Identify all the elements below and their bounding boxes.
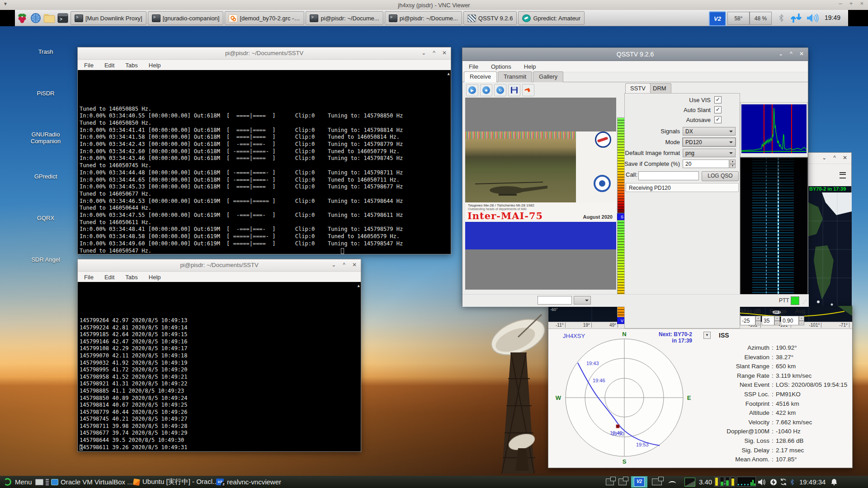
task-ubuntu-vm[interactable]: Ubuntu [実行中] - Oracl... (142, 478, 218, 486)
qsstv-menu-item[interactable]: Options (491, 63, 511, 70)
terminal1-close-button[interactable]: ✕ (442, 50, 447, 56)
taskbar-window-button[interactable]: Gpredict: Amateur (518, 11, 585, 25)
qsstv-tab[interactable]: Gallery (533, 71, 563, 82)
host-menu-label[interactable]: Menu (15, 478, 32, 486)
power-manager-icon[interactable] (770, 479, 777, 486)
taskbar-window-button[interactable]: [demod_by70-2.grc - ... (225, 11, 304, 25)
bluetooth-icon[interactable] (779, 14, 784, 24)
files-tray-icon[interactable] (35, 479, 43, 485)
file-manager-icon[interactable] (43, 12, 55, 24)
terminal2-menu-item[interactable]: Edit (104, 274, 114, 281)
terminal2-minimize-button[interactable]: ⌄ (331, 262, 336, 268)
qsstv-close-button[interactable]: ✕ (799, 51, 804, 57)
avg-spinner[interactable]: 0.90 (781, 316, 799, 325)
app-sphere-icon[interactable] (667, 477, 677, 487)
vnc-minimize-button[interactable]: – (839, 0, 842, 7)
workspace-icon-1[interactable] (606, 479, 614, 485)
taskbar-clock[interactable]: 19:49 (825, 14, 840, 21)
taskbar-window-button[interactable]: pi@pisdr: ~/Docume... (306, 11, 383, 25)
terminal-launcher-icon[interactable]: > (57, 12, 69, 24)
desktop-icon[interactable]: GPredict (27, 153, 65, 186)
terminal1-menu-item[interactable]: Help (149, 62, 161, 69)
image-format-select[interactable]: png (683, 149, 736, 157)
qsstv-minimize-button[interactable]: ⌄ (778, 51, 783, 57)
sat-expander-icon[interactable]: ▼ (703, 332, 711, 339)
use-vis-checkbox[interactable]: ✓ (714, 96, 722, 103)
start-receive-button[interactable]: ▶ (466, 84, 478, 96)
call-input[interactable] (638, 171, 699, 180)
taskbar-window-button[interactable]: QSSTV 9.2.6 (463, 11, 517, 25)
taskbar-window-button[interactable]: [gnuradio-companion] (148, 11, 224, 25)
auto-slant-checkbox[interactable]: ✓ (714, 106, 722, 113)
notification-bell-icon[interactable] (831, 479, 837, 485)
terminal2-menu-item[interactable]: Help (149, 274, 161, 281)
autosave-checkbox[interactable]: ✓ (714, 116, 722, 123)
gpredict-menu-icon[interactable] (840, 172, 846, 178)
tab-drm[interactable]: DRM (648, 83, 671, 93)
waterfall-display[interactable] (740, 157, 808, 307)
save-complete-spinner[interactable]: 20 (683, 160, 729, 168)
raspberry-menu-icon[interactable] (16, 12, 28, 24)
tab-sstv[interactable]: SSTV (625, 83, 651, 93)
terminal2-scroll-up-arrow[interactable]: ▲ (358, 282, 360, 290)
qsstv-tab[interactable]: Receive (464, 71, 497, 82)
vnc-server-tray-icon[interactable]: V2 (709, 11, 726, 26)
active-vnc-thumbnail[interactable]: V2 (631, 476, 647, 488)
terminal2-menu-item[interactable]: File (84, 274, 94, 281)
mode-select[interactable]: PD120 (683, 138, 736, 146)
signals-select[interactable]: DX (683, 127, 736, 136)
wf-mode-select[interactable] (574, 296, 591, 305)
volume-icon[interactable] (807, 14, 819, 24)
task-realvnc[interactable]: realvnc-vncviewer (227, 478, 281, 486)
task-virtualbox-manager[interactable]: Oracle VM VirtualBox ... (61, 478, 133, 486)
desktop-icon[interactable]: Trash (27, 28, 65, 61)
gpredict-close-button[interactable]: ✕ (843, 155, 847, 161)
desktop-icon[interactable]: PiSDR (27, 70, 65, 103)
terminal2-maximize-button[interactable]: ^ (343, 262, 345, 268)
host-volume-icon[interactable] (758, 479, 766, 485)
sync-icon[interactable] (780, 479, 787, 485)
terminal2-close-button[interactable]: ✕ (352, 262, 357, 268)
max-db-spinner[interactable]: -25 (740, 316, 755, 325)
vnc-close-button[interactable]: × (860, 0, 863, 7)
host-menu-icon[interactable] (4, 478, 11, 486)
terminal2-menu-item[interactable]: Tabs (125, 274, 137, 281)
qsstv-tab[interactable]: Transmit (498, 71, 532, 82)
host-clock[interactable]: 19:49:34 (799, 478, 826, 486)
qsstv-menu-item[interactable]: Help (524, 63, 536, 70)
desktop-icon[interactable]: GQRX (27, 194, 65, 228)
range-spinner[interactable]: 35 (762, 316, 774, 325)
terminal1-minimize-button[interactable]: ⌄ (421, 50, 426, 56)
qsstv-menu-item[interactable]: File (469, 63, 478, 70)
spin-up-icon[interactable]: ▲ (730, 160, 736, 164)
qsstv-maximize-button[interactable]: ^ (790, 51, 793, 57)
network-updown-icon[interactable] (790, 14, 802, 24)
workspace-icon-2[interactable] (618, 479, 627, 485)
erase-button[interactable] (522, 84, 534, 96)
wf-text-input[interactable] (538, 296, 572, 305)
desktop-icon[interactable]: GNURadio Companion (27, 111, 65, 145)
list-tray-icon[interactable] (46, 479, 49, 485)
workspace-icon-3[interactable] (652, 479, 662, 485)
taskbar-window-button[interactable]: [Mun Downlink Proxy] (71, 11, 146, 25)
terminal1-menu-item[interactable]: File (84, 62, 94, 69)
qsstv-titlebar[interactable]: QSSTV 9.2.6 ⌄ ^ ✕ (462, 48, 808, 61)
terminal2-output[interactable]: 145799264 42.97 2020/8/5 10:49:131457992… (78, 282, 361, 451)
save-image-button[interactable] (508, 84, 520, 96)
gpredict-restore-button[interactable]: ^ (833, 155, 836, 161)
terminal1-output[interactable]: Tuned to 146050885 Hz.In:0.00% 03:34:40.… (78, 70, 451, 254)
taskbar-window-button[interactable]: pi@pisdr: ~/Docume... (385, 11, 462, 25)
spectrum-display[interactable] (740, 102, 808, 157)
terminal1-maximize-button[interactable]: ^ (433, 50, 435, 56)
vnc-menu-arrow[interactable]: ▼ (3, 1, 8, 6)
resize-grip[interactable]: ⋰ (802, 299, 808, 305)
desktop-icon[interactable]: SDR Angel (27, 236, 65, 269)
polar-pass-plot[interactable]: N S W E JH4XSY Next: BY70-2 in 17:39 19:… (552, 329, 699, 467)
terminal1-scroll-up-arrow[interactable]: ▲ (448, 70, 450, 78)
terminal1-menu-item[interactable]: Tabs (125, 62, 137, 69)
stop-receive-button[interactable]: ■ (480, 84, 492, 96)
web-browser-icon[interactable] (30, 12, 42, 24)
gpredict-minimize-button[interactable]: ⌄ (822, 155, 826, 161)
log-qso-button[interactable]: LOG QSO (702, 171, 739, 181)
terminal1-menu-item[interactable]: Edit (104, 62, 114, 69)
